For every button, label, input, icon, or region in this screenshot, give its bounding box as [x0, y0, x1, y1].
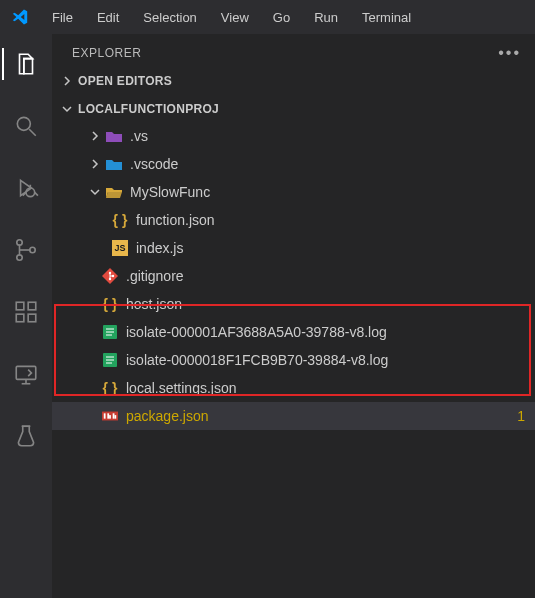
svg-rect-32 — [109, 415, 111, 419]
activity-extensions[interactable] — [2, 292, 50, 332]
file-tree: .vs .vscode MySlowFunc { } function.json — [52, 120, 535, 430]
svg-line-1 — [29, 129, 36, 136]
tree-item-label: isolate-000001AF3688A5A0-39788-v8.log — [126, 324, 387, 340]
activity-testing[interactable] — [2, 416, 50, 456]
folder-open-icon — [104, 184, 124, 200]
tree-file-gitignore[interactable]: .gitignore — [52, 262, 535, 290]
activity-bar — [0, 34, 52, 598]
modified-count: 1 — [511, 408, 525, 424]
tree-item-label: index.js — [136, 240, 183, 256]
svg-point-0 — [17, 117, 30, 130]
tree-file-local-settings-json[interactable]: { } local.settings.json — [52, 374, 535, 402]
svg-point-8 — [17, 255, 22, 260]
svg-rect-12 — [28, 314, 36, 322]
tree-file-package-json[interactable]: package.json 1 — [52, 402, 535, 430]
tree-item-label: host.json — [126, 296, 182, 312]
tree-file-index-js[interactable]: JS index.js — [52, 234, 535, 262]
log-icon — [100, 352, 120, 368]
section-project-label: LOCALFUNCTIONPROJ — [78, 102, 219, 116]
explorer-header: EXPLORER ••• — [52, 34, 535, 70]
menu-edit[interactable]: Edit — [87, 6, 129, 29]
git-icon — [100, 268, 120, 284]
tree-item-label: MySlowFunc — [130, 184, 210, 200]
explorer-sidebar: EXPLORER ••• OPEN EDITORS LOCALFUNCTIONP… — [52, 34, 535, 598]
activity-source-control[interactable] — [2, 230, 50, 270]
vscode-logo-icon — [8, 5, 32, 29]
tree-item-label: package.json — [126, 408, 209, 424]
log-icon — [100, 324, 120, 340]
svg-point-7 — [17, 240, 22, 245]
tree-item-label: isolate-0000018F1FCB9B70-39884-v8.log — [126, 352, 388, 368]
svg-rect-34 — [114, 415, 116, 419]
tree-item-label: local.settings.json — [126, 380, 237, 396]
section-open-editors[interactable]: OPEN EDITORS — [52, 70, 535, 92]
tree-folder-vscode[interactable]: .vscode — [52, 150, 535, 178]
tree-item-label: .gitignore — [126, 268, 184, 284]
tree-file-isolate-log-2[interactable]: isolate-0000018F1FCB9B70-39884-v8.log — [52, 346, 535, 374]
menubar: File Edit Selection View Go Run Terminal — [0, 0, 535, 34]
chevron-right-icon — [90, 159, 100, 169]
section-project[interactable]: LOCALFUNCTIONPROJ — [52, 98, 535, 120]
svg-rect-31 — [107, 413, 109, 418]
tree-item-label: function.json — [136, 212, 215, 228]
chevron-right-icon — [90, 131, 100, 141]
tree-file-host-json[interactable]: { } host.json — [52, 290, 535, 318]
json-icon: { } — [100, 296, 120, 312]
activity-search[interactable] — [2, 106, 50, 146]
js-icon: JS — [110, 240, 130, 256]
menu-file[interactable]: File — [42, 6, 83, 29]
activity-run-debug[interactable] — [2, 168, 50, 208]
tree-folder-myslowfunc[interactable]: MySlowFunc — [52, 178, 535, 206]
tree-file-isolate-log-1[interactable]: isolate-000001AF3688A5A0-39788-v8.log — [52, 318, 535, 346]
svg-rect-33 — [113, 413, 115, 418]
menu-terminal[interactable]: Terminal — [352, 6, 421, 29]
svg-rect-14 — [16, 366, 36, 379]
tree-item-label: .vs — [130, 128, 148, 144]
explorer-more-icon[interactable]: ••• — [498, 50, 521, 56]
tree-folder-vs[interactable]: .vs — [52, 122, 535, 150]
menu-selection[interactable]: Selection — [133, 6, 206, 29]
json-icon: { } — [100, 380, 120, 396]
chevron-down-icon — [62, 104, 72, 114]
main-area: EXPLORER ••• OPEN EDITORS LOCALFUNCTIONP… — [0, 34, 535, 598]
folder-vscode-icon — [104, 156, 124, 172]
tree-file-function-json[interactable]: { } function.json — [52, 206, 535, 234]
svg-point-9 — [30, 247, 35, 252]
svg-rect-11 — [16, 314, 24, 322]
activity-explorer[interactable] — [2, 44, 50, 84]
menu-run[interactable]: Run — [304, 6, 348, 29]
folder-vs-icon — [104, 128, 124, 144]
svg-rect-13 — [28, 302, 36, 310]
json-icon: { } — [110, 212, 130, 228]
svg-rect-30 — [104, 413, 106, 418]
svg-rect-10 — [16, 302, 24, 310]
chevron-right-icon — [62, 76, 72, 86]
tree-item-label: .vscode — [130, 156, 178, 172]
activity-remote[interactable] — [2, 354, 50, 394]
section-open-editors-label: OPEN EDITORS — [78, 74, 172, 88]
menu-go[interactable]: Go — [263, 6, 300, 29]
explorer-title: EXPLORER — [72, 46, 141, 60]
svg-line-5 — [35, 192, 38, 195]
npm-icon — [100, 408, 120, 424]
chevron-down-icon — [90, 187, 100, 197]
menu-view[interactable]: View — [211, 6, 259, 29]
